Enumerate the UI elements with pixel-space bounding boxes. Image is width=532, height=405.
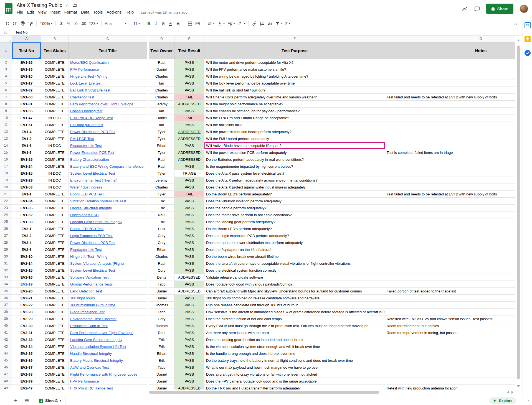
cell-F39[interactable]: Does the aircraft function at hot and co… <box>204 315 385 322</box>
cell-B35[interactable]: COMPLETE <box>41 288 69 295</box>
cell-F13[interactable]: Will the FMU board perform adequately <box>204 135 385 142</box>
cell-B39[interactable]: COMPLETE <box>41 315 69 322</box>
cell-E3[interactable]: PASS <box>174 66 204 73</box>
cell-F9[interactable]: Will the chassis be stiff enough for pay… <box>204 108 385 114</box>
cell-E28[interactable]: PASS <box>174 239 204 246</box>
format-percent-button[interactable]: % <box>65 20 72 27</box>
cell-F1[interactable]: Test Purpose <box>204 42 385 59</box>
cell-E48[interactable]: PASS <box>174 378 204 385</box>
cell-E20[interactable]: PASS <box>174 184 204 191</box>
comment-history-icon[interactable] <box>474 6 480 12</box>
cell-B13[interactable]: COMPLETE <box>41 135 69 142</box>
cell-E23[interactable]: PASS <box>174 205 204 212</box>
row-header-5[interactable]: 5 <box>0 80 12 87</box>
cell-E2[interactable]: PASS <box>174 59 204 66</box>
cell-A3[interactable]: EV1-39 <box>12 66 41 73</box>
cell-A27[interactable]: EV2-3 <box>12 232 41 239</box>
functions-button[interactable]: Σ▾ <box>284 20 291 27</box>
cell-D34[interactable]: Tabb <box>149 281 174 288</box>
cell-F5[interactable]: Will the lock lever performance be accep… <box>204 80 385 87</box>
cell-D33[interactable]: Deniz <box>149 274 174 281</box>
italic-button[interactable]: I <box>153 20 160 27</box>
decrease-decimal-button[interactable]: .0 <box>72 20 79 27</box>
cell-A39[interactable]: EV2-29 <box>12 315 41 322</box>
cell-E31[interactable]: PASS <box>174 260 204 267</box>
cell-C44[interactable]: Handle Structural Integrity <box>69 350 147 357</box>
cell-F29[interactable]: Does the flopdapter run the life of airc… <box>204 246 385 253</box>
row-header-35[interactable]: 35 <box>0 288 12 295</box>
column-header-D[interactable]: D <box>149 35 174 42</box>
column-header-C[interactable]: C <box>69 35 147 42</box>
cell-D14[interactable]: Ethan <box>149 142 174 149</box>
row-header-3[interactable]: 3 <box>0 66 12 73</box>
cell-D38[interactable]: Tabb <box>149 309 174 315</box>
cell-D27[interactable]: Cory <box>149 232 174 239</box>
cell-B33[interactable]: COMPLETE <box>41 274 69 281</box>
cell-A14[interactable]: EV1-6 <box>12 142 41 149</box>
increase-decimal-button[interactable]: .00 <box>79 20 87 27</box>
row-header-16[interactable]: 16 <box>0 156 12 163</box>
cell-E38[interactable]: PASS <box>174 309 204 315</box>
insert-chart-button[interactable] <box>266 20 274 27</box>
cell-E34[interactable]: PASS <box>174 281 204 288</box>
cell-A30[interactable]: EV2-10 <box>12 253 41 260</box>
row-header-28[interactable]: 28 <box>0 239 12 246</box>
cell-C40[interactable]: Production Burn-in Test <box>69 322 147 329</box>
cell-E18[interactable]: TRIAGE <box>174 170 204 177</box>
cell-A43[interactable]: EV2-34 <box>12 343 41 350</box>
cell-F20[interactable]: Does the Alta X protect agains water / d… <box>204 184 385 191</box>
cell-F12[interactable]: Will the power distribution board perfor… <box>204 128 385 135</box>
text-wrap-button[interactable]: ▾ <box>226 20 236 27</box>
cell-E30[interactable]: PASS <box>174 253 204 260</box>
cell-E44[interactable]: PASS <box>174 350 204 357</box>
cell-G37[interactable] <box>385 302 515 309</box>
row-header-2[interactable]: 2 <box>0 59 12 66</box>
cell-F34[interactable]: Does footage look good with various payl… <box>204 281 385 288</box>
merge-cells-button[interactable] <box>194 20 202 27</box>
cell-G5[interactable] <box>385 80 515 87</box>
cell-E14[interactable]: PASS <box>174 142 204 149</box>
cell-D29[interactable]: Ethan <box>149 246 174 253</box>
cell-B29[interactable]: COMPLETE <box>41 246 69 253</box>
cell-F45[interactable]: Do the battery trays hold the battery in… <box>204 357 385 364</box>
menu-data[interactable]: Data <box>79 9 92 15</box>
cell-C15[interactable]: Power Expansion PCB Test <box>69 149 147 156</box>
cell-C49[interactable]: FRX Pro & RC Range Test <box>69 385 147 389</box>
cell-B47[interactable]: COMPLETE <box>41 371 69 378</box>
redo-button[interactable] <box>11 20 19 27</box>
cell-A20[interactable]: EV1-53 <box>12 184 41 191</box>
cell-B45[interactable]: COMPLETE <box>41 357 69 364</box>
cell-E33[interactable]: ADDRESSED <box>174 274 204 281</box>
cell-F23[interactable]: Does the handle perform adequately? <box>204 205 385 212</box>
cell-D41[interactable]: Raul <box>149 329 174 336</box>
cell-A48[interactable]: EV2-39 <box>12 378 41 385</box>
horizontal-scrollbar[interactable] <box>149 390 515 394</box>
cell-F42[interactable]: Does the landing gear function as intend… <box>204 336 385 343</box>
cell-A24[interactable]: EV1-62 <box>12 212 41 218</box>
cell-A41[interactable]: EV2-31 <box>12 329 41 336</box>
cell-D40[interactable]: Thomas <box>149 322 174 329</box>
cell-G10[interactable] <box>385 114 515 121</box>
cell-A21[interactable]: EV1-1 <box>12 191 41 198</box>
cell-D35[interactable]: Daniel <box>149 288 174 295</box>
borders-button[interactable] <box>186 20 194 27</box>
cell-C23[interactable]: Handle Structural Integrity <box>69 205 147 212</box>
number-format-button[interactable]: 123▾ <box>88 20 99 27</box>
cell-B2[interactable]: COMPLETE <box>41 59 69 66</box>
row-header-48[interactable]: 48 <box>0 378 12 385</box>
row-header-12[interactable]: 12 <box>0 128 12 135</box>
sheet-tab-menu-icon[interactable]: ▾ <box>60 399 61 402</box>
row-header-21[interactable]: 21 <box>0 191 12 198</box>
row-header-11[interactable]: 11 <box>0 121 12 128</box>
cell-F22[interactable]: Does the vibration isolation perform ade… <box>204 198 385 205</box>
cell-E45[interactable]: PASS <box>174 357 204 364</box>
cell-E1[interactable]: Test Result <box>174 42 204 59</box>
cell-B20[interactable]: IN DOC <box>41 184 69 191</box>
cell-E47[interactable]: PASS <box>174 371 204 378</box>
cell-A5[interactable]: EV1-17 <box>12 80 41 87</box>
cell-C2[interactable]: Motor/ESC Qualification <box>69 59 147 66</box>
cell-E12[interactable]: ADDRESSED <box>174 128 204 135</box>
print-button[interactable] <box>19 20 27 27</box>
cell-B7[interactable]: COMPLETE <box>41 94 69 101</box>
cell-E43[interactable]: PASS <box>174 343 204 350</box>
